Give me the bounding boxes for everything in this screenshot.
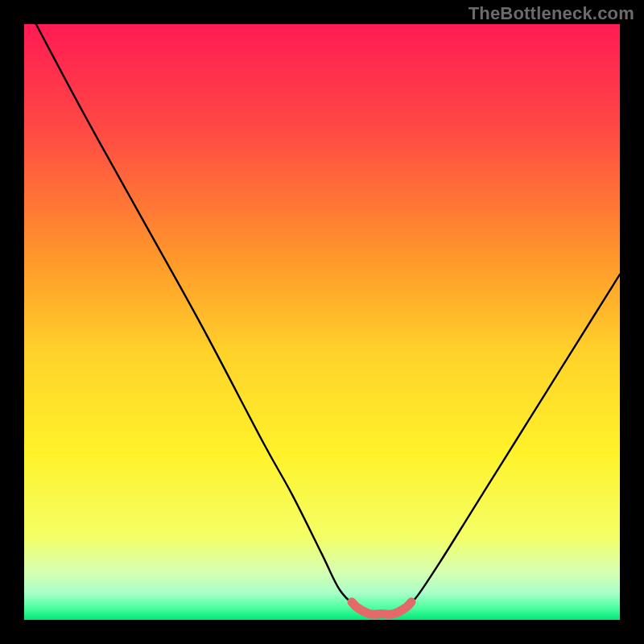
bottleneck-chart [24,24,620,620]
watermark-text: TheBottleneck.com [469,3,634,24]
gradient-background [24,24,620,620]
chart-frame: TheBottleneck.com [0,0,644,644]
plot-area [24,24,620,620]
